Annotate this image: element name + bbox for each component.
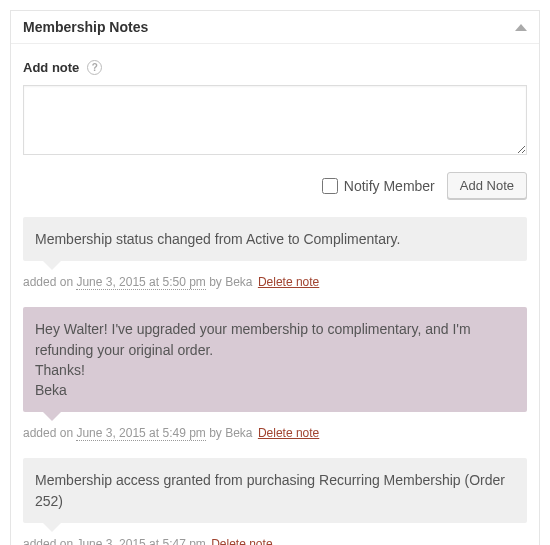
delete-note-link[interactable]: Delete note — [258, 426, 319, 440]
note-by-prefix: by — [206, 426, 225, 440]
notify-member-wrap[interactable]: Notify Member — [322, 178, 435, 194]
add-note-label-row: Add note ? — [23, 60, 527, 75]
panel-header: Membership Notes — [11, 11, 539, 44]
delete-note-link[interactable]: Delete note — [258, 275, 319, 289]
note-by-prefix: by — [206, 275, 225, 289]
note-textarea[interactable] — [23, 85, 527, 155]
add-note-button[interactable]: Add Note — [447, 172, 527, 199]
note-item: Membership access granted from purchasin… — [23, 458, 527, 545]
notify-member-label: Notify Member — [344, 178, 435, 194]
add-note-actions: Notify Member Add Note — [23, 172, 527, 199]
note-body: Membership status changed from Active to… — [35, 229, 515, 249]
note-added-on-prefix: added on — [23, 426, 76, 440]
notify-member-checkbox[interactable] — [322, 178, 338, 194]
note-timestamp: June 3, 2015 at 5:47 pm — [76, 537, 205, 545]
panel-body: Add note ? Notify Member Add Note Member… — [11, 44, 539, 545]
note-meta: added on June 3, 2015 at 5:50 pm by Beka… — [23, 275, 527, 289]
note-author: Beka — [225, 426, 252, 440]
note-item: Hey Walter! I've upgraded your membershi… — [23, 307, 527, 458]
delete-note-link[interactable]: Delete note — [211, 537, 272, 545]
collapse-toggle-icon[interactable] — [515, 24, 527, 31]
note-meta: added on June 3, 2015 at 5:47 pm Delete … — [23, 537, 527, 545]
note-bubble: Membership access granted from purchasin… — [23, 458, 527, 523]
panel-title: Membership Notes — [23, 19, 148, 35]
membership-notes-panel: Membership Notes Add note ? Notify Membe… — [10, 10, 540, 545]
note-added-on-prefix: added on — [23, 537, 76, 545]
note-item: Membership status changed from Active to… — [23, 217, 527, 307]
notes-list: Membership status changed from Active to… — [23, 217, 527, 545]
note-author: Beka — [225, 275, 252, 289]
note-bubble: Membership status changed from Active to… — [23, 217, 527, 261]
note-added-on-prefix: added on — [23, 275, 76, 289]
help-icon[interactable]: ? — [87, 60, 102, 75]
note-meta: added on June 3, 2015 at 5:49 pm by Beka… — [23, 426, 527, 440]
note-timestamp: June 3, 2015 at 5:50 pm — [76, 275, 205, 290]
note-body: Hey Walter! I've upgraded your membershi… — [35, 319, 515, 400]
add-note-label: Add note — [23, 60, 79, 75]
note-bubble: Hey Walter! I've upgraded your membershi… — [23, 307, 527, 412]
note-body: Membership access granted from purchasin… — [35, 470, 515, 511]
note-timestamp: June 3, 2015 at 5:49 pm — [76, 426, 205, 441]
